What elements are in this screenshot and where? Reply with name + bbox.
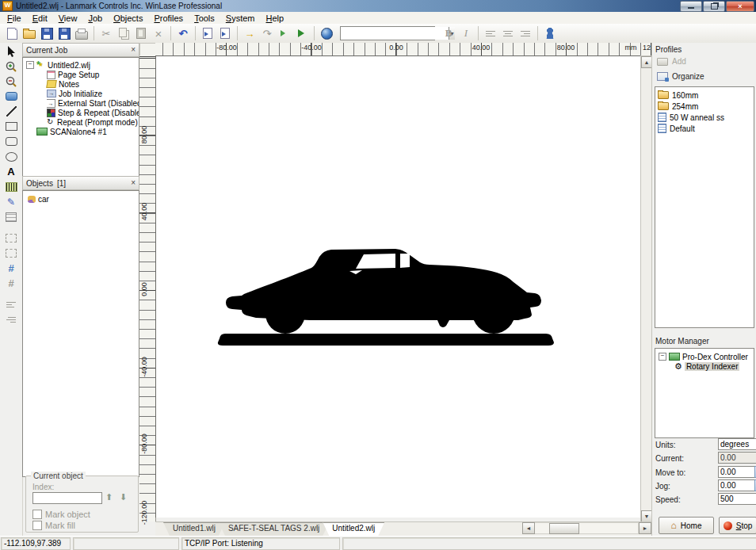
tree-row-scan-device[interactable]: SCANalone4 #1 (26, 127, 139, 136)
drawing-canvas[interactable] (155, 55, 641, 518)
import-button[interactable] (200, 25, 216, 41)
collapse-icon[interactable]: − (26, 61, 34, 69)
rectangle-tool[interactable] (2, 120, 20, 133)
profile-label: 50 W anneal ss (670, 113, 724, 122)
tree-row-job-root[interactable]: − * Untitled2.wlj (26, 60, 139, 70)
export-button[interactable] (217, 25, 233, 41)
align-left-icon (486, 31, 495, 36)
line-tool[interactable] (2, 105, 20, 118)
tree-row-step-repeat[interactable]: Step & Repeat (Disabled) (26, 108, 139, 117)
tree-row-page-setup[interactable]: Page Setup (26, 70, 139, 79)
menu-profiles[interactable]: Profiles (148, 13, 189, 24)
jog-field[interactable] (718, 479, 756, 491)
menu-system[interactable]: System (220, 13, 261, 24)
run-once-button[interactable] (277, 25, 292, 41)
menu-tools[interactable]: Tools (189, 13, 220, 24)
object-list-item-car[interactable]: car (28, 194, 139, 204)
tree-row-controller[interactable]: − Pro-Dex Controller (659, 352, 754, 361)
align-objects-tool (2, 298, 20, 311)
quickmark-button[interactable]: → (242, 25, 258, 41)
close-button[interactable]: × (726, 1, 754, 12)
car-silhouette-object[interactable] (215, 239, 556, 357)
fill-tool[interactable] (2, 210, 20, 223)
profiles-organize-button[interactable]: Organize (652, 71, 756, 82)
grid-tool[interactable]: # (2, 262, 20, 275)
tree-row-notes[interactable]: Notes (26, 79, 139, 89)
pointer-tool[interactable] (2, 44, 20, 58)
canvas-horizontal-scrollbar[interactable]: ◄ ► (522, 522, 651, 534)
pan-tool[interactable] (2, 90, 20, 103)
restore-button[interactable] (703, 1, 725, 12)
tab-safe-t-seal[interactable]: SAFE-T-SEAL TAGS 2.wlj (219, 522, 329, 536)
menu-view[interactable]: View (53, 13, 83, 24)
profile-item-anneal[interactable]: 50 W anneal ss (655, 112, 754, 123)
collapse-icon[interactable]: − (659, 353, 666, 361)
index-label: Index: (32, 483, 54, 491)
tree-row-rotary-indexer[interactable]: ⚙ Rotary Indexer (659, 361, 754, 371)
current-job-close-icon[interactable]: × (131, 46, 136, 54)
tree-row-repeat-mode[interactable]: ↻ Repeat (Prompt mode) (26, 117, 139, 127)
barcode-tool[interactable] (2, 180, 20, 193)
scan-device-label: SCANalone4 #1 (50, 128, 107, 136)
scroll-right-button[interactable]: ► (639, 522, 651, 534)
ruler-unit-label: mm (625, 44, 637, 52)
minimize-button[interactable] (680, 1, 702, 12)
ellipse-tool[interactable] (2, 150, 20, 163)
objects-close-icon[interactable]: × (131, 179, 136, 187)
network-button[interactable] (319, 25, 334, 41)
new-job-button[interactable] (4, 25, 20, 41)
align-right-button (517, 25, 533, 41)
rounded-rectangle-tool[interactable] (2, 135, 20, 148)
status-bar: -112.109,97.389 TCP/IP Port: Listening (0, 536, 756, 550)
speed-field[interactable] (718, 493, 756, 505)
menu-file[interactable]: File (2, 13, 27, 24)
tree-row-external-start[interactable]: → External Start (Disabled) (26, 98, 139, 108)
stop-button[interactable]: Stop (719, 517, 756, 534)
font-input[interactable] (341, 27, 449, 40)
home-icon: ⌂ (671, 521, 677, 530)
text-tool[interactable]: A (2, 165, 20, 178)
open-button[interactable] (21, 25, 37, 41)
dashed-selection-icon (6, 234, 17, 243)
run-button[interactable] (294, 25, 310, 41)
menu-edit[interactable]: Edit (27, 13, 53, 24)
home-button[interactable]: ⌂ Home (659, 517, 714, 534)
profile-item-default[interactable]: Default (655, 123, 754, 134)
user-button[interactable] (542, 25, 558, 41)
h-scroll-track[interactable] (535, 522, 639, 534)
zoom-in-tool[interactable] (2, 59, 20, 73)
undo-button[interactable]: ↶ (175, 25, 191, 41)
save-all-button[interactable] (56, 25, 72, 41)
open-folder-icon (23, 30, 36, 39)
run-play-icon (298, 29, 308, 37)
tab-untitled2[interactable]: Untitled2.wlj (323, 522, 384, 536)
save-button[interactable] (39, 25, 55, 41)
restore-icon (711, 3, 718, 10)
pen-tool[interactable]: ✎ (2, 195, 20, 208)
mark-object-checkbox-row: Mark object (32, 510, 90, 519)
print-button[interactable] (74, 25, 90, 41)
rotary-indexer-label: Rotary Indexer (685, 362, 740, 371)
scroll-up-button[interactable]: ▲ (641, 56, 652, 68)
move-to-field[interactable] (718, 466, 756, 478)
units-combobox[interactable] (718, 438, 756, 450)
menu-job[interactable]: Job (82, 13, 108, 24)
objects-panel: Objects [1] × car (22, 176, 139, 472)
zoom-out-tool[interactable] (2, 74, 20, 88)
add-label: Add (672, 57, 686, 66)
menu-help[interactable]: Help (261, 13, 290, 24)
object-icon (28, 196, 36, 203)
profile-item-160mm[interactable]: 160mm (655, 90, 754, 101)
vertical-ruler: 80.00 40.00 0.00 -40.00 -80.00 -120.00 (139, 55, 156, 521)
scroll-down-button[interactable]: ▼ (641, 510, 652, 522)
h-scroll-thumb[interactable] (549, 523, 579, 534)
tree-row-job-initialize[interactable]: → Job Initialize (26, 89, 139, 98)
cut-icon: ✂ (102, 29, 111, 39)
scroll-left-button[interactable]: ◄ (522, 522, 535, 534)
tab-untitled1[interactable]: Untitled1.wlj (163, 522, 225, 536)
toolbar-separator (94, 26, 94, 40)
profile-label: Default (670, 124, 695, 133)
menu-objects[interactable]: Objects (108, 13, 148, 24)
profile-item-254mm[interactable]: 254mm (655, 101, 754, 112)
copy-button (116, 25, 132, 41)
